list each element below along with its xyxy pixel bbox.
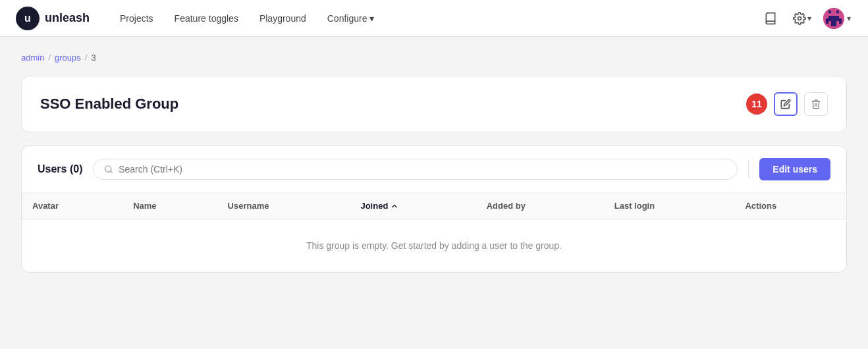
avatar-pixel-icon	[823, 8, 844, 29]
svg-rect-6	[828, 21, 831, 24]
book-icon	[764, 12, 777, 25]
users-title: Users (0)	[38, 163, 82, 175]
edit-users-button[interactable]: Edit users	[759, 158, 830, 180]
trash-icon	[811, 99, 821, 109]
group-card: SSO Enabled Group 11	[21, 76, 847, 132]
svg-rect-8	[831, 24, 836, 26]
svg-point-0	[798, 16, 801, 20]
breadcrumb-admin[interactable]: admin	[21, 53, 44, 63]
main-content: admin / groups / 3 SSO Enabled Group 11	[0, 37, 868, 288]
brand-logo: u	[16, 7, 40, 30]
svg-rect-4	[828, 16, 839, 18]
user-avatar-button[interactable]: ▾	[822, 7, 852, 30]
nav-projects[interactable]: Projects	[111, 8, 163, 29]
breadcrumb: admin / groups / 3	[21, 53, 847, 63]
col-username: Username	[217, 193, 350, 219]
avatar-chevron-icon: ▾	[847, 14, 851, 23]
empty-state-row: This group is empty. Get started by addi…	[22, 219, 846, 273]
table-header: Avatar Name Username Joined Added by Las…	[22, 193, 846, 219]
breadcrumb-current: 3	[91, 53, 95, 63]
search-input[interactable]	[119, 164, 726, 174]
col-joined[interactable]: Joined	[350, 193, 475, 219]
col-avatar: Avatar	[22, 193, 122, 219]
search-icon	[104, 165, 113, 174]
nav-right: ▾ ▾	[759, 7, 852, 30]
svg-rect-7	[836, 21, 839, 24]
brand: u unleash	[16, 7, 90, 30]
card-actions: 11	[746, 92, 828, 116]
users-card: Users (0) Edit users Avatar Name Usernam…	[21, 146, 847, 273]
users-header: Users (0) Edit users	[22, 146, 846, 193]
sort-asc-icon	[391, 202, 398, 210]
users-table: Avatar Name Username Joined Added by Las…	[22, 193, 846, 272]
gear-icon	[793, 12, 806, 25]
col-name: Name	[122, 193, 217, 219]
settings-chevron-icon: ▾	[807, 14, 811, 23]
avatar	[823, 8, 844, 29]
col-actions: Actions	[734, 193, 846, 219]
breadcrumb-sep-2: /	[85, 53, 88, 63]
delete-group-button[interactable]	[804, 92, 828, 116]
empty-state-message: This group is empty. Get started by addi…	[22, 219, 846, 273]
search-bar	[93, 159, 738, 180]
group-title: SSO Enabled Group	[40, 95, 178, 113]
settings-button[interactable]: ▾	[788, 9, 817, 28]
breadcrumb-groups[interactable]: groups	[55, 53, 81, 63]
configure-chevron-icon: ▾	[369, 13, 374, 24]
card-header: SSO Enabled Group 11	[40, 92, 828, 116]
pencil-icon	[780, 99, 791, 109]
table-body: This group is empty. Get started by addi…	[22, 219, 846, 273]
svg-rect-5	[826, 18, 842, 24]
svg-rect-2	[828, 11, 831, 13]
nav-feature-toggles[interactable]: Feature toggles	[165, 8, 248, 29]
docs-icon-button[interactable]	[759, 7, 782, 30]
navbar: u unleash Projects Feature toggles Playg…	[0, 0, 868, 37]
svg-rect-3	[836, 11, 839, 13]
nav-links: Projects Feature toggles Playground Conf…	[111, 8, 738, 29]
breadcrumb-sep-1: /	[48, 53, 51, 63]
brand-name: unleash	[45, 11, 90, 25]
nav-playground[interactable]: Playground	[250, 8, 315, 29]
col-added-by: Added by	[476, 193, 604, 219]
edit-group-button[interactable]	[774, 92, 798, 116]
col-last-login: Last login	[604, 193, 735, 219]
svg-line-10	[111, 171, 112, 173]
vertical-divider	[748, 160, 749, 178]
member-count-badge: 11	[746, 94, 767, 115]
nav-configure[interactable]: Configure ▾	[318, 8, 384, 29]
